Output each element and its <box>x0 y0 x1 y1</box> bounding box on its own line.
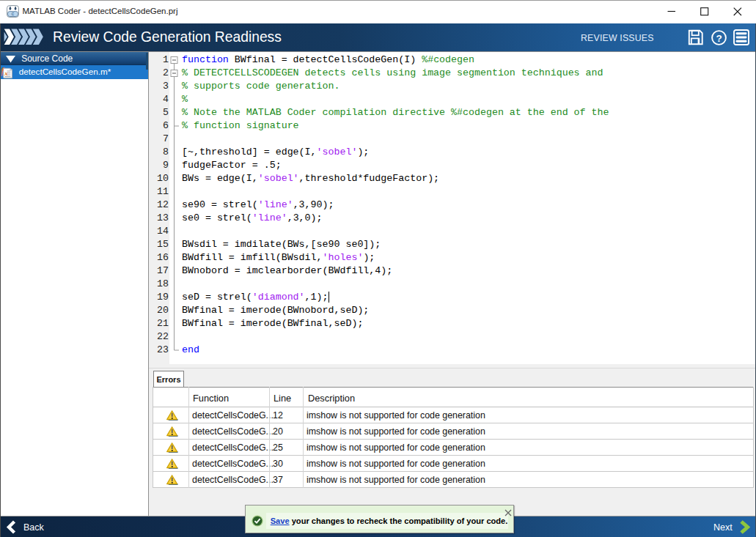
svg-text:c: c <box>11 12 14 17</box>
svg-text:x: x <box>4 70 8 77</box>
svg-text:?: ? <box>716 33 722 44</box>
